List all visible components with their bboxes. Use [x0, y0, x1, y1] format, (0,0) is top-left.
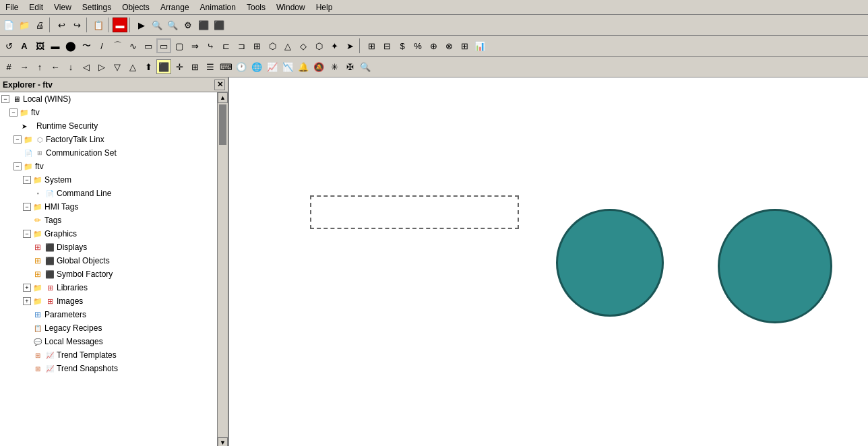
- tb-rounded-rect[interactable]: ▢: [172, 38, 187, 53]
- tree-scroll-up[interactable]: ▲: [218, 92, 228, 103]
- tb-polyline[interactable]: ⌒: [110, 38, 125, 53]
- tree-item-images[interactable]: + 📁 ⊞ Images: [0, 294, 217, 308]
- tb-ellipse[interactable]: ⬤: [63, 38, 78, 53]
- tb-connector[interactable]: ⤷: [203, 38, 218, 53]
- menu-view[interactable]: View: [49, 1, 77, 13]
- tb-list[interactable]: 📋: [91, 18, 106, 32]
- tb-rect2[interactable]: ▭: [156, 38, 171, 53]
- tree-item-parameters[interactable]: ⊞ Parameters: [0, 308, 217, 321]
- tb-rect-fill[interactable]: ▬: [48, 38, 63, 53]
- tb-extra2[interactable]: ⬛: [212, 18, 226, 32]
- tree-scroll-down[interactable]: ▼: [218, 437, 228, 446]
- menu-objects[interactable]: Objects: [117, 1, 155, 13]
- expand-images[interactable]: +: [23, 297, 31, 305]
- tb-line[interactable]: /: [94, 38, 109, 53]
- tb-undo[interactable]: ↩: [54, 18, 69, 32]
- tb-arrow-tri4[interactable]: △: [125, 59, 140, 74]
- tb-web[interactable]: 🌐: [249, 59, 264, 74]
- expand-libraries[interactable]: +: [23, 284, 31, 292]
- tree-item-ftv2[interactable]: − 📁 ftv: [0, 160, 217, 173]
- expand-ftv2[interactable]: −: [13, 162, 22, 170]
- tb-symbol[interactable]: ✦: [327, 38, 342, 53]
- tb-cursor[interactable]: ✠: [342, 59, 357, 74]
- tree-item-ftv[interactable]: − 📁 ftv: [0, 106, 217, 119]
- tb-arrow-tri3[interactable]: ▽: [110, 59, 125, 74]
- tb-alarm[interactable]: 🔔: [296, 59, 311, 74]
- expand-hmi-tags[interactable]: −: [23, 203, 31, 211]
- tb-new[interactable]: 📄: [1, 18, 16, 32]
- menu-window[interactable]: Window: [271, 1, 311, 13]
- menu-settings[interactable]: Settings: [77, 1, 117, 13]
- tb-print[interactable]: 🖨: [32, 18, 47, 32]
- tb-table[interactable]: ⊞: [249, 38, 264, 53]
- tree-item-local-messages[interactable]: 💬 Local Messages: [0, 335, 217, 348]
- menu-edit[interactable]: Edit: [24, 1, 49, 13]
- expand-ftv[interactable]: −: [9, 108, 18, 117]
- tree-item-displays[interactable]: ⊞ ⬛ Displays: [0, 241, 217, 254]
- tb-num8[interactable]: #: [1, 59, 16, 74]
- tb-move[interactable]: ✛: [172, 59, 187, 74]
- tb-pipe[interactable]: ⊏: [218, 38, 233, 53]
- menu-file[interactable]: File: [0, 1, 24, 13]
- tree-item-communication-set[interactable]: 📄 ⊞ Communication Set: [0, 146, 217, 160]
- tb-navigate[interactable]: ➤: [342, 38, 357, 53]
- menu-animation[interactable]: Animation: [195, 1, 241, 13]
- tb-redo[interactable]: ↪: [69, 18, 84, 32]
- tb-arrow-l[interactable]: ←: [48, 59, 63, 74]
- tb-num7[interactable]: ⊞: [457, 38, 472, 53]
- tb-num1[interactable]: ⊞: [364, 38, 379, 53]
- tree-item-runtime-security[interactable]: ➤ Runtime Security: [0, 119, 217, 133]
- expand-local[interactable]: −: [1, 95, 9, 103]
- tb-num2[interactable]: ⊟: [379, 38, 394, 53]
- tree-scroll-track[interactable]: [218, 103, 228, 437]
- tb-curve[interactable]: 〜: [79, 38, 94, 53]
- tb-trend[interactable]: 📈: [265, 59, 280, 74]
- canvas-area[interactable]: [229, 77, 868, 446]
- explorer-close-button[interactable]: ✕: [214, 79, 225, 90]
- tb-chart[interactable]: 📊: [472, 38, 487, 53]
- tb-triangle[interactable]: △: [280, 38, 295, 53]
- tree-item-legacy-recipes[interactable]: 📋 Legacy Recipes: [0, 321, 217, 335]
- tb-arrow-tri[interactable]: ◁: [79, 59, 94, 74]
- tree-item-factorytalk[interactable]: − 📁 ⬡ FactoryTalk Linx: [0, 133, 217, 146]
- tb-rect[interactable]: ▭: [141, 38, 156, 53]
- expand-graphics[interactable]: −: [23, 230, 31, 238]
- tb-alarm2[interactable]: 🔕: [311, 59, 326, 74]
- tb-open[interactable]: 📁: [17, 18, 32, 32]
- tb-display[interactable]: ▬: [113, 18, 127, 32]
- tree-item-local[interactable]: − 🖥 Local (WINS): [0, 92, 217, 106]
- tree-item-hmi-tags[interactable]: − 📁 HMI Tags: [0, 200, 217, 214]
- tb-pipe2[interactable]: ⊐: [234, 38, 249, 53]
- tb-zoom[interactable]: 🔍: [165, 18, 180, 32]
- tb-image[interactable]: 🖼: [32, 38, 47, 53]
- tree-item-tags[interactable]: ✏ Tags: [0, 214, 217, 227]
- tree-item-graphics[interactable]: − 📁 Graphics: [0, 227, 217, 241]
- tb-active[interactable]: ⬛: [156, 59, 171, 74]
- menu-tools[interactable]: Tools: [241, 1, 271, 13]
- tb-arrow-shape[interactable]: ⇒: [187, 38, 202, 53]
- tb-arrow-r[interactable]: →: [17, 59, 32, 74]
- tree-item-global-objects[interactable]: ⊞ ⬛ Global Objects: [0, 254, 217, 267]
- menu-help[interactable]: Help: [311, 1, 338, 13]
- tb-trend2[interactable]: 📉: [280, 59, 295, 74]
- tb-arrow-d[interactable]: ↓: [63, 59, 78, 74]
- tb-arrow-up[interactable]: ↑: [32, 59, 47, 74]
- tb-pos[interactable]: ⊞: [187, 59, 202, 74]
- tb-run[interactable]: ▶: [134, 18, 149, 32]
- expand-factorytalk[interactable]: −: [13, 135, 22, 144]
- tb-num4[interactable]: %: [410, 38, 425, 53]
- tb-list2[interactable]: ☰: [203, 59, 218, 74]
- tb-num3[interactable]: $: [395, 38, 410, 53]
- tb-find[interactable]: 🔍: [150, 18, 164, 32]
- tb-diamond[interactable]: ◇: [296, 38, 311, 53]
- tb-arrow-tri2[interactable]: ▷: [94, 59, 109, 74]
- expand-system[interactable]: −: [23, 176, 31, 184]
- tb-num5[interactable]: ⊕: [426, 38, 441, 53]
- tb-input[interactable]: ⌨: [218, 59, 233, 74]
- tb-select[interactable]: ↺: [1, 38, 16, 53]
- tb-num6[interactable]: ⊗: [441, 38, 456, 53]
- tree-item-system[interactable]: − 📁 System: [0, 173, 217, 187]
- menu-arrange[interactable]: Arrange: [155, 1, 195, 13]
- tb-group[interactable]: ⬡: [311, 38, 326, 53]
- tree-item-libraries[interactable]: + 📁 ⊞ Libraries: [0, 281, 217, 294]
